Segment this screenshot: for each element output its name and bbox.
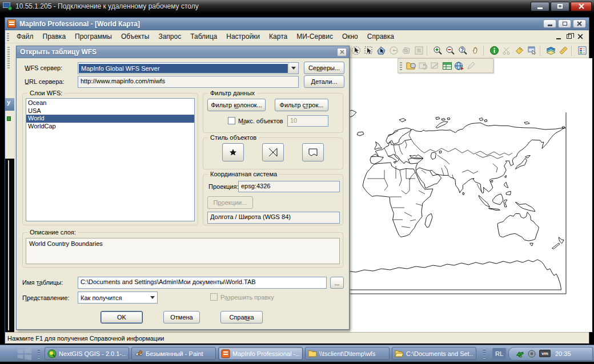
zoom-out-tool-button[interactable]: [444, 45, 456, 56]
view-combo[interactable]: Как получится: [78, 292, 158, 304]
hidden-window-title-fragment: У: [5, 98, 14, 111]
open-wfs-button[interactable]: [453, 60, 465, 72]
coordsys-group-label: Координатная система: [208, 171, 279, 177]
window-minimize-button[interactable]: [543, 19, 556, 28]
taskbar-item-label: MapInfo Professional -...: [232, 350, 300, 357]
polygon-select-tool-button[interactable]: [375, 45, 387, 56]
menubar-grip[interactable]: [7, 32, 9, 41]
menu-options[interactable]: Настройки: [222, 31, 264, 42]
menu-window[interactable]: Окно: [338, 31, 363, 42]
volume-icon[interactable]: [528, 350, 536, 358]
disconnect-dbms-button[interactable]: [429, 60, 441, 72]
wfs-layers-list[interactable]: Ocean USA World WorldCap: [26, 98, 195, 221]
menu-map[interactable]: Карта: [264, 31, 292, 42]
hotlink-tool-button[interactable]: [526, 45, 538, 56]
dialog-title: Открыть таблицу WFS: [20, 48, 97, 56]
map-window[interactable]: [350, 58, 592, 332]
edit-dbms-button[interactable]: [465, 60, 477, 72]
servers-button[interactable]: Сер̲веры...: [304, 62, 344, 74]
open-dbms-table-button[interactable]: [405, 60, 417, 72]
cut-tool-button[interactable]: [501, 45, 513, 56]
list-item-selected[interactable]: World: [26, 115, 194, 123]
dialog-titlebar[interactable]: Открыть таблицу WFS: [17, 46, 349, 58]
legend-tool-button[interactable]: [576, 45, 588, 56]
chevron-down-icon[interactable]: [147, 292, 157, 303]
url-field[interactable]: http://www.mapinfo.com/miwfs: [78, 76, 299, 88]
region-style-button[interactable]: [302, 143, 324, 161]
menu-programs[interactable]: Программы: [70, 31, 117, 42]
projection-label: Проекция:: [208, 183, 239, 190]
chevron-down-icon[interactable]: [288, 63, 298, 74]
rdp-close-button[interactable]: [571, 2, 592, 11]
taskbar-item-paint[interactable]: Безымянный - Paint: [131, 347, 216, 360]
mdi-minimize-button[interactable]: [556, 38, 561, 39]
menu-objects[interactable]: Объекты: [117, 31, 154, 42]
menu-edit[interactable]: Правка: [38, 31, 71, 42]
zoom-in-tool-button[interactable]: [432, 45, 444, 56]
cancel-button[interactable]: Отмена: [163, 311, 200, 323]
list-item[interactable]: USA: [26, 107, 194, 115]
rdp-minimize-button[interactable]: [531, 2, 549, 11]
taskbar-item-tsclient-folder[interactable]: \\tsclient\D\temp\wfs: [305, 347, 390, 360]
menu-file[interactable]: Файл: [12, 31, 38, 42]
taskbar-item-mapinfo[interactable]: MapInfo Professional -...: [218, 347, 303, 360]
screen: { "rdp": { "title": "10.55.1.205 - Подкл…: [0, 0, 594, 364]
system-tray: vm 20:35: [508, 347, 593, 361]
taskbar-item-qgis[interactable]: NextGIS QGIS - 2.0.1-...: [45, 347, 129, 360]
allow-edit-checkbox[interactable]: [210, 293, 218, 301]
list-item[interactable]: WorldCap: [26, 123, 194, 131]
list-item[interactable]: Ocean: [26, 99, 194, 107]
line-style-button[interactable]: [262, 143, 284, 161]
rdp-maximize-button[interactable]: [551, 2, 569, 11]
mdi-close-button[interactable]: [577, 34, 583, 39]
marquee-select-tool-button[interactable]: [363, 45, 375, 56]
help-button[interactable]: Справ̲ка: [220, 311, 263, 323]
menu-mi-service[interactable]: МИ-Сервис: [292, 31, 338, 42]
start-button[interactable]: [16, 347, 33, 360]
table-name-field[interactable]: C:\Documents and Settings\Admin\Мои доку…: [78, 277, 327, 289]
menu-query[interactable]: Запрос: [154, 31, 186, 42]
url-label: U̲RL сервера:: [25, 78, 65, 85]
desktop-gap: [5, 159, 14, 333]
dialog-close-button[interactable]: [337, 48, 347, 56]
rdp-title: 10.55.1.205 - Подключение к удаленному р…: [15, 2, 199, 10]
symbol-style-button[interactable]: [222, 143, 244, 161]
filter-rows-button[interactable]: Фильтр с̲трок...: [275, 99, 328, 111]
pan-tool-button[interactable]: [469, 45, 481, 56]
language-indicator[interactable]: RL: [492, 348, 506, 359]
dbms-table-button[interactable]: [441, 60, 453, 72]
max-objects-checkbox[interactable]: [228, 117, 235, 124]
select-tool-button[interactable]: [350, 45, 362, 56]
menu-table[interactable]: Таблица: [186, 31, 222, 42]
ruler-tool-button[interactable]: [557, 45, 569, 56]
taskbar-item-documents-folder[interactable]: C:\Documents and Set...: [392, 347, 476, 360]
folder-open-icon: [395, 349, 404, 358]
mapinfo-title: MapInfo Professional - [World Карта]: [19, 20, 140, 28]
menu-help[interactable]: Справка: [363, 31, 399, 42]
zoom-question-tool-button[interactable]: [457, 45, 469, 56]
ok-button[interactable]: OK: [101, 311, 143, 323]
close-icon: [340, 50, 344, 54]
info-tool-button[interactable]: [488, 45, 500, 56]
window-restore-button[interactable]: [558, 19, 571, 28]
projections-button[interactable]: Пр̲оекции...: [207, 196, 253, 209]
mdi-restore-button[interactable]: [567, 34, 572, 39]
max-objects-field[interactable]: 10: [287, 115, 328, 127]
network-sync-icon[interactable]: [516, 350, 524, 358]
wfs-server-combo[interactable]: MapInfo Global WFS Server: [78, 62, 299, 74]
vmware-tools-icon[interactable]: vm: [539, 350, 551, 357]
window-close-button[interactable]: [573, 19, 586, 28]
dbms-toolbar-grip[interactable]: [400, 61, 402, 70]
radius-select-tool-button[interactable]: [388, 45, 400, 56]
boundary-select-tool-button[interactable]: [400, 45, 412, 56]
invert-select-tool-button[interactable]: [413, 45, 425, 56]
filter-columns-button[interactable]: Фильтр к̲олонок...: [207, 99, 266, 111]
dbms-toolbar: [398, 58, 493, 73]
taskbar-item-label: NextGIS QGIS - 2.0.1-...: [59, 350, 126, 357]
refresh-dbms-button[interactable]: [417, 60, 429, 72]
details-button[interactable]: Детали...: [304, 75, 344, 88]
label-tool-button[interactable]: [513, 45, 525, 56]
layer-control-tool-button[interactable]: [545, 45, 557, 56]
menubar: Файл Правка Программы Объекты Запрос Таб…: [5, 30, 589, 43]
browse-button[interactable]: ...: [330, 277, 344, 289]
